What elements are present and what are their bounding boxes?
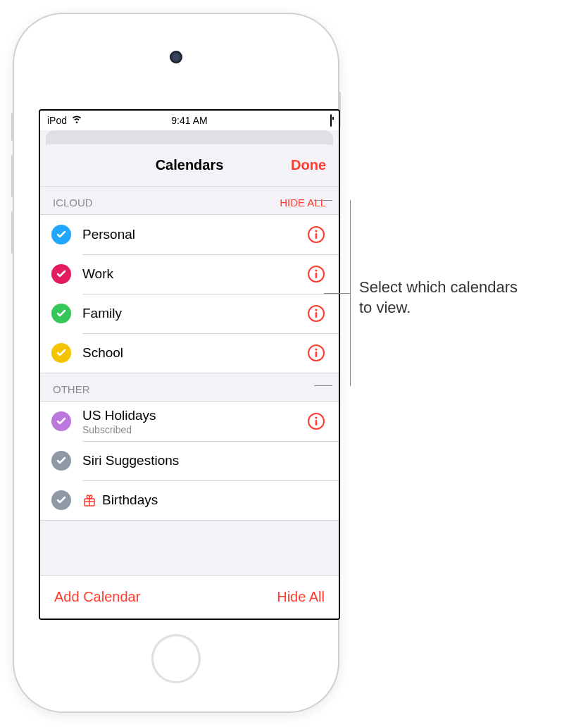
calendar-list-other: US Holidays Subscribed Siri Suggestions — [40, 401, 339, 521]
calendar-row-birthdays[interactable]: Birthdays — [40, 480, 339, 520]
info-button[interactable] — [306, 411, 326, 431]
sheet-header: Calendars Done — [40, 144, 339, 187]
calendar-row-siri-suggestions[interactable]: Siri Suggestions — [40, 441, 339, 480]
calendar-row-family[interactable]: Family — [40, 294, 339, 333]
checkmark-icon — [51, 451, 71, 471]
svg-point-10 — [315, 348, 317, 350]
svg-rect-14 — [315, 420, 318, 425]
callout-text-line1: Select which calendars — [359, 278, 518, 296]
device-camera — [170, 51, 182, 63]
done-button[interactable]: Done — [291, 157, 326, 173]
calendar-label: Work — [82, 266, 306, 282]
callout-text-line2: to view. — [359, 299, 411, 316]
calendar-sublabel: Subscribed — [82, 424, 306, 435]
svg-point-7 — [315, 309, 317, 311]
sheet-title: Calendars — [156, 157, 224, 173]
section-header-other: OTHER — [40, 373, 339, 401]
info-button[interactable] — [306, 264, 326, 284]
svg-rect-2 — [315, 233, 318, 239]
bottom-toolbar: Add Calendar Hide All — [40, 575, 339, 619]
wifi-icon — [71, 115, 82, 126]
calendar-row-school[interactable]: School — [40, 333, 339, 373]
home-button[interactable] — [151, 634, 201, 683]
calendar-label: Birthdays — [102, 492, 326, 508]
checkmark-icon — [51, 304, 71, 323]
svg-rect-5 — [315, 273, 318, 278]
svg-point-13 — [315, 416, 317, 418]
calendar-label: US Holidays — [82, 408, 306, 423]
hide-all-button[interactable]: Hide All — [277, 589, 325, 605]
gift-icon — [82, 493, 96, 507]
status-bar: iPod 9:41 AM — [40, 111, 339, 130]
screen: iPod 9:41 AM Calendars Done ICLOUD HI — [39, 109, 340, 620]
callout-annotation: Select which calendars to view. — [351, 258, 576, 318]
calendar-label: Family — [82, 306, 306, 321]
info-button[interactable] — [306, 343, 326, 363]
checkmark-icon — [51, 490, 71, 510]
section-label: ICLOUD — [53, 197, 93, 209]
hide-all-icloud-button[interactable]: HIDE ALL — [280, 197, 326, 209]
checkmark-icon — [51, 411, 71, 431]
calendar-row-us-holidays[interactable]: US Holidays Subscribed — [40, 402, 339, 441]
checkmark-icon — [51, 225, 71, 244]
svg-rect-11 — [315, 352, 318, 357]
carrier-label: iPod — [47, 115, 67, 126]
svg-rect-8 — [315, 312, 318, 318]
calendar-label: Personal — [82, 227, 306, 242]
calendar-list-icloud: Personal Work — [40, 214, 339, 373]
checkmark-icon — [51, 343, 71, 363]
add-calendar-button[interactable]: Add Calendar — [54, 589, 140, 605]
section-header-icloud: ICLOUD HIDE ALL — [40, 187, 339, 214]
info-button[interactable] — [306, 225, 326, 244]
calendar-row-work[interactable]: Work — [40, 254, 339, 294]
checkmark-icon — [51, 264, 71, 284]
calendars-sheet: Calendars Done ICLOUD HIDE ALL Personal — [40, 144, 339, 619]
info-button[interactable] — [306, 304, 326, 323]
calendar-label: School — [82, 345, 306, 361]
section-label: OTHER — [53, 383, 90, 395]
device-frame: iPod 9:41 AM Calendars Done ICLOUD HI — [14, 14, 338, 712]
battery-icon — [330, 115, 332, 126]
calendar-row-personal[interactable]: Personal — [40, 215, 339, 254]
calendar-label: Siri Suggestions — [82, 453, 326, 468]
status-time: 9:41 AM — [40, 115, 339, 126]
svg-point-1 — [315, 230, 317, 232]
svg-point-4 — [315, 269, 317, 271]
device-side-buttons-left — [11, 113, 14, 268]
